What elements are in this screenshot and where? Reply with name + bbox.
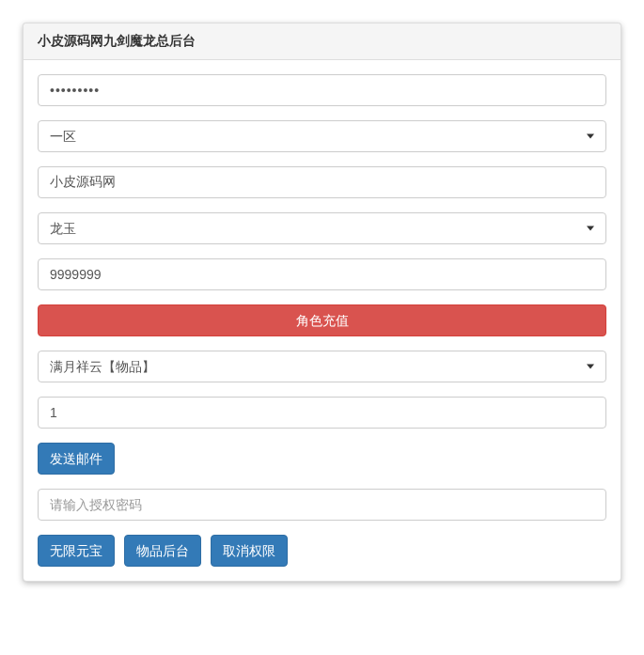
- item-select[interactable]: 满月祥云【物品】: [38, 351, 606, 382]
- recharge-button[interactable]: 角色充值: [38, 304, 606, 336]
- character-select-value: 龙玉: [50, 221, 76, 236]
- send-mail-button[interactable]: 发送邮件: [38, 443, 115, 475]
- chevron-down-icon: [587, 365, 594, 369]
- revoke-permission-button[interactable]: 取消权限: [211, 535, 288, 567]
- panel-body: 一区 龙玉 角色充值 满月祥云【物品】 发送邮件 无限元宝 物品后台 取消权限: [24, 60, 620, 581]
- admin-panel: 小皮源码网九剑魔龙总后台 一区 龙玉 角色充值 满月祥云【物品】 发送邮件 无限…: [23, 23, 621, 582]
- panel-header: 小皮源码网九剑魔龙总后台: [24, 23, 620, 60]
- zone-select[interactable]: 一区: [38, 120, 606, 152]
- chevron-down-icon: [587, 134, 594, 139]
- auth-password-input[interactable]: [38, 489, 606, 521]
- action-button-row: 无限元宝 物品后台 取消权限: [38, 535, 606, 567]
- item-backend-button[interactable]: 物品后台: [124, 535, 201, 567]
- zone-select-value: 一区: [50, 129, 76, 144]
- password-input[interactable]: [38, 74, 606, 106]
- panel-title: 小皮源码网九剑魔龙总后台: [38, 33, 606, 50]
- character-select[interactable]: 龙玉: [38, 212, 606, 244]
- item-select-value: 满月祥云【物品】: [50, 359, 155, 374]
- amount-input[interactable]: [38, 258, 606, 290]
- account-input[interactable]: [38, 166, 606, 198]
- unlimited-gold-button[interactable]: 无限元宝: [38, 535, 115, 567]
- count-input[interactable]: [38, 397, 606, 429]
- chevron-down-icon: [587, 226, 594, 231]
